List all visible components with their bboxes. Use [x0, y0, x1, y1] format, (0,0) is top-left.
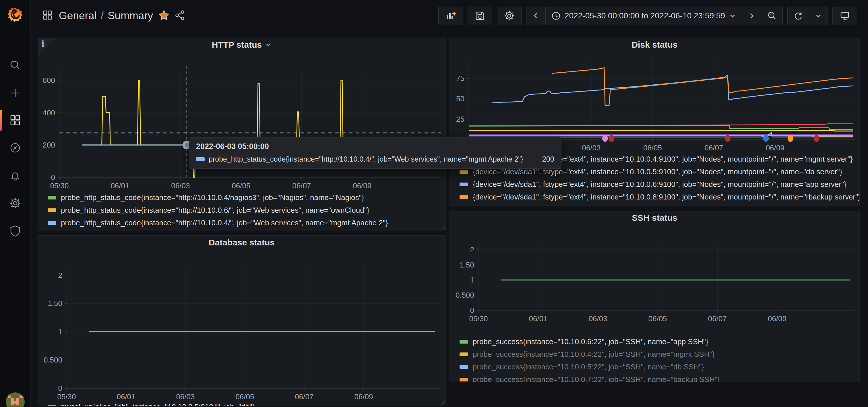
- legend-item[interactable]: probe_success{instance="10.10.0.5:22", j…: [460, 361, 859, 373]
- legend-item[interactable]: probe_success{instance="10.10.0.6:22", j…: [460, 335, 859, 348]
- tooltip-series-label: probe_http_status_code{instance="http://…: [209, 155, 523, 163]
- svg-text:50: 50: [456, 94, 464, 103]
- svg-text:0: 0: [470, 306, 474, 315]
- legend-item[interactable]: probe_http_status_code{instance="http://…: [48, 204, 445, 216]
- svg-text:06/05: 06/05: [236, 393, 254, 400]
- panel-title-http[interactable]: HTTP status: [38, 38, 445, 52]
- breadcrumb: General / Summary: [42, 10, 185, 22]
- configuration-gear-icon[interactable]: [9, 197, 22, 210]
- time-picker-group: 2022-05-30 00:00:00 to 2022-06-10 23:59:…: [526, 7, 783, 25]
- panel-title-database[interactable]: Database status: [38, 236, 445, 249]
- svg-text:06/03: 06/03: [589, 314, 608, 323]
- info-icon[interactable]: i: [41, 39, 44, 49]
- panel-database-status: Database status 05/3006/0106/0306/0506/0…: [38, 236, 446, 406]
- legend-label: {device="/dev/sda1", fstype="ext4", inst…: [473, 193, 860, 201]
- svg-text:06/03: 06/03: [176, 393, 195, 400]
- svg-text:0.500: 0.500: [43, 356, 62, 364]
- legend-swatch: [460, 195, 468, 199]
- svg-text:1: 1: [58, 327, 62, 336]
- svg-text:06/01: 06/01: [529, 314, 548, 323]
- share-icon[interactable]: [175, 10, 185, 22]
- svg-text:1: 1: [470, 276, 474, 284]
- time-shift-forward-button[interactable]: [742, 7, 761, 25]
- svg-text:06/05: 06/05: [231, 181, 250, 190]
- svg-text:06/03: 06/03: [171, 181, 190, 190]
- ssh-legend: probe_success{instance="10.10.0.6:22", j…: [450, 335, 859, 382]
- refresh-interval-dropdown[interactable]: [809, 7, 828, 25]
- database-legend: mysql_up{alias="db", instance="10.10.0.5…: [38, 400, 445, 406]
- active-section-indicator: [0, 110, 2, 131]
- tooltip-series-swatch: [196, 157, 205, 161]
- legend-label: probe_http_status_code{instance="http://…: [61, 206, 369, 215]
- panel-title-disk[interactable]: Disk status: [450, 38, 859, 52]
- svg-text:0: 0: [51, 173, 55, 182]
- svg-text:0: 0: [58, 384, 62, 393]
- clock-icon: [551, 11, 561, 20]
- admin-shield-icon[interactable]: [9, 224, 22, 237]
- svg-text:05/30: 05/30: [469, 314, 488, 323]
- legend-item[interactable]: probe_success{instance="10.10.0.7:22", j…: [460, 373, 859, 382]
- explore-compass-icon[interactable]: [9, 142, 22, 154]
- svg-text:06/01: 06/01: [117, 393, 135, 400]
- legend-label: mysql_up{alias="db", instance="10.10.0.5…: [61, 402, 255, 406]
- http-legend: probe_http_status_code{instance="http://…: [38, 191, 445, 229]
- legend-swatch: [460, 378, 468, 381]
- user-avatar[interactable]: [5, 392, 25, 407]
- legend-item[interactable]: probe_http_status_code{instance="http://…: [48, 216, 445, 229]
- legend-swatch: [460, 365, 468, 369]
- legend-item[interactable]: probe_success{instance="10.10.0.4:22", j…: [460, 348, 859, 361]
- side-menu: [0, 0, 31, 407]
- dashboards-icon[interactable]: [9, 114, 22, 127]
- svg-text:1.50: 1.50: [48, 299, 62, 308]
- grafana-logo[interactable]: [7, 6, 24, 23]
- alerting-bell-icon[interactable]: [9, 169, 22, 182]
- svg-text:05/30: 05/30: [57, 393, 76, 400]
- breadcrumb-section[interactable]: General: [59, 10, 97, 22]
- legend-label: {device="/dev/sda1", fstype="ext4", inst…: [473, 180, 846, 189]
- legend-swatch: [460, 183, 468, 186]
- breadcrumb-page[interactable]: Summary: [107, 10, 153, 22]
- legend-label: probe_success{instance="10.10.0.6:22", j…: [473, 337, 708, 346]
- http-status-chart[interactable]: 05/3006/0106/0306/0506/0706/090200400600: [38, 52, 445, 191]
- database-status-chart[interactable]: 05/3006/0106/0306/0506/0706/0900.50011.5…: [38, 249, 445, 400]
- panel-title-ssh[interactable]: SSH status: [450, 211, 859, 225]
- add-panel-button[interactable]: [438, 7, 463, 25]
- legend-item[interactable]: {device="/dev/sda1", fstype="ext4", inst…: [460, 191, 859, 203]
- legend-swatch: [48, 405, 56, 406]
- panel-http-status: i HTTP status 05/3006/0106/0306/0506/070…: [38, 38, 446, 230]
- chevron-down-icon: [729, 12, 736, 19]
- svg-text:06/09: 06/09: [353, 181, 371, 190]
- favorite-star-icon[interactable]: [159, 10, 169, 22]
- apps-grid-icon[interactable]: [42, 10, 53, 22]
- time-range-picker[interactable]: 2022-05-30 00:00:00 to 2022-06-10 23:59:…: [546, 7, 742, 25]
- dashboard-toolbar: 2022-05-30 00:00:00 to 2022-06-10 23:59:…: [438, 7, 857, 25]
- dashboard-settings-button[interactable]: [497, 7, 522, 25]
- search-icon[interactable]: [9, 59, 22, 72]
- refresh-group: [787, 7, 828, 25]
- legend-item[interactable]: probe_http_status_code{instance="http://…: [48, 191, 445, 204]
- legend-swatch: [48, 221, 56, 225]
- legend-swatch: [48, 196, 56, 199]
- time-shift-back-button[interactable]: [526, 7, 546, 25]
- refresh-button[interactable]: [787, 7, 809, 25]
- chart-tooltip: 2022-06-03 05:00:00 probe_http_status_co…: [189, 137, 561, 169]
- legend-item[interactable]: mysql_up{alias="db", instance="10.10.0.5…: [48, 400, 445, 406]
- legend-swatch: [460, 170, 468, 174]
- svg-text:06/07: 06/07: [292, 181, 311, 190]
- time-range-text: 2022-05-30 00:00:00 to 2022-06-10 23:59:…: [565, 11, 725, 20]
- panel-disk-status: Disk status 05/3006/0106/0306/0506/0706/…: [450, 38, 860, 206]
- svg-text:200: 200: [43, 140, 55, 149]
- save-dashboard-button[interactable]: [468, 7, 492, 25]
- panel-info-corner: [38, 38, 56, 56]
- kiosk-mode-button[interactable]: [832, 7, 857, 25]
- legend-swatch: [48, 208, 56, 212]
- svg-text:06/05: 06/05: [648, 314, 667, 323]
- svg-text:2: 2: [470, 245, 474, 254]
- svg-text:600: 600: [43, 76, 55, 85]
- zoom-out-time-button[interactable]: [761, 7, 782, 25]
- tooltip-timestamp: 2022-06-03 05:00:00: [196, 142, 554, 151]
- svg-text:25: 25: [456, 115, 464, 123]
- plus-icon[interactable]: [9, 87, 22, 99]
- ssh-status-chart[interactable]: 05/3006/0106/0306/0506/0706/0900.50011.5…: [450, 225, 859, 335]
- legend-item[interactable]: {device="/dev/sda1", fstype="ext4", inst…: [460, 178, 859, 191]
